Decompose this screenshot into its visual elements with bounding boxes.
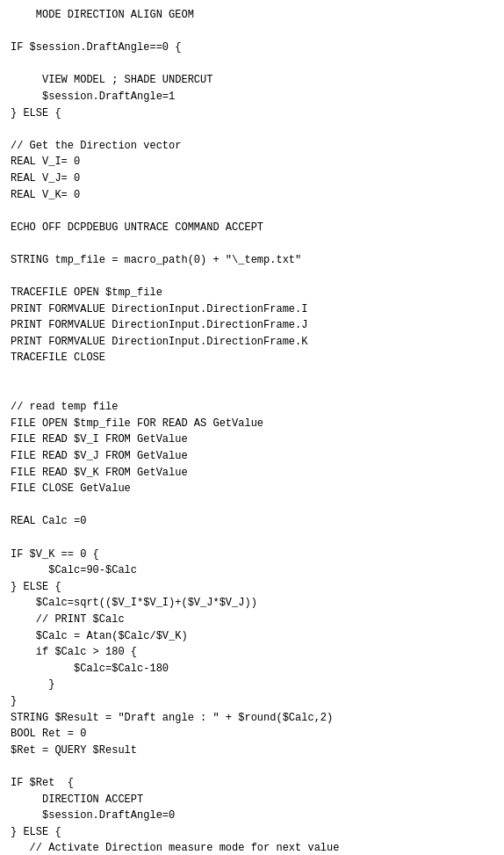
code-line: } ELSE {	[11, 824, 493, 841]
code-line: IF $V_K == 0 {	[11, 547, 493, 563]
code-line: $session.DraftAngle=1	[11, 89, 493, 105]
code-line: // PRINT $Calc	[11, 612, 493, 628]
code-line: TRACEFILE CLOSE	[11, 350, 493, 366]
code-line	[11, 758, 493, 775]
code-line: DIRECTION ACCEPT	[11, 792, 493, 808]
code-line: $Calc = Atan($Calc/$V_K)	[11, 628, 493, 645]
code-line: REAL V_K= 0	[11, 187, 493, 204]
code-line	[11, 383, 493, 400]
code-line: FILE OPEN $tmp_file FOR READ AS GetValue	[11, 416, 493, 432]
code-line	[11, 24, 493, 40]
code-line: VIEW MODEL ; SHADE UNDERCUT	[11, 72, 493, 89]
code-line	[11, 121, 493, 138]
code-line: BOOL Ret = 0	[11, 726, 493, 743]
code-line: PRINT FORMVALUE DirectionInput.Direction…	[11, 301, 493, 318]
code-line	[11, 56, 493, 73]
code-line: $session.DraftAngle=0	[11, 808, 493, 824]
code-line: FILE READ $V_K FROM GetValue	[11, 465, 493, 482]
code-line	[11, 203, 493, 220]
code-line	[11, 530, 493, 547]
code-line: // read temp file	[11, 399, 493, 416]
code-line: REAL Calc =0	[11, 513, 493, 530]
code-line: // Get the Direction vector	[11, 138, 493, 155]
code-line: if $Calc > 180 {	[11, 644, 493, 661]
code-line	[11, 235, 493, 252]
code-line	[11, 497, 493, 514]
code-line: } ELSE {	[11, 579, 493, 596]
code-line: FILE READ $V_J FROM GetValue	[11, 448, 493, 465]
code-line: MODE DIRECTION ALIGN GEOM	[11, 7, 493, 24]
code-line: $Ret = QUERY $Result	[11, 743, 493, 759]
code-line: FILE CLOSE GetValue	[11, 481, 493, 497]
code-line: PRINT FORMVALUE DirectionInput.Direction…	[11, 317, 493, 334]
code-line	[11, 269, 493, 286]
code-line: PRINT FORMVALUE DirectionInput.Direction…	[11, 334, 493, 351]
code-line: ECHO OFF DCPDEBUG UNTRACE COMMAND ACCEPT	[11, 220, 493, 236]
code-line: STRING $Result = "Draft angle : " + $rou…	[11, 710, 493, 727]
code-line	[11, 366, 493, 383]
code-line: REAL V_I= 0	[11, 154, 493, 170]
code-line: }	[11, 677, 493, 693]
code-line: IF $Ret {	[11, 775, 493, 792]
code-line: TRACEFILE OPEN $tmp_file	[11, 285, 493, 301]
code-line: // Activate Direction measure mode for n…	[11, 840, 493, 855]
code-line: STRING tmp_file = macro_path(0) + "\_tem…	[11, 252, 493, 269]
code-line: FILE READ $V_I FROM GetValue	[11, 431, 493, 448]
code-line: $Calc=sqrt(($V_I*$V_I)+($V_J*$V_J))	[11, 595, 493, 612]
code-line: $Calc=$Calc-180	[11, 661, 493, 677]
code-line: REAL V_J= 0	[11, 170, 493, 187]
code-line: $Calc=90-$Calc	[11, 562, 493, 579]
code-line: }	[11, 693, 493, 710]
code-line: IF $session.DraftAngle==0 {	[11, 40, 493, 56]
code-line: } ELSE {	[11, 105, 493, 122]
code-block: MODE DIRECTION ALIGN GEOM IF $session.Dr…	[0, 0, 504, 855]
